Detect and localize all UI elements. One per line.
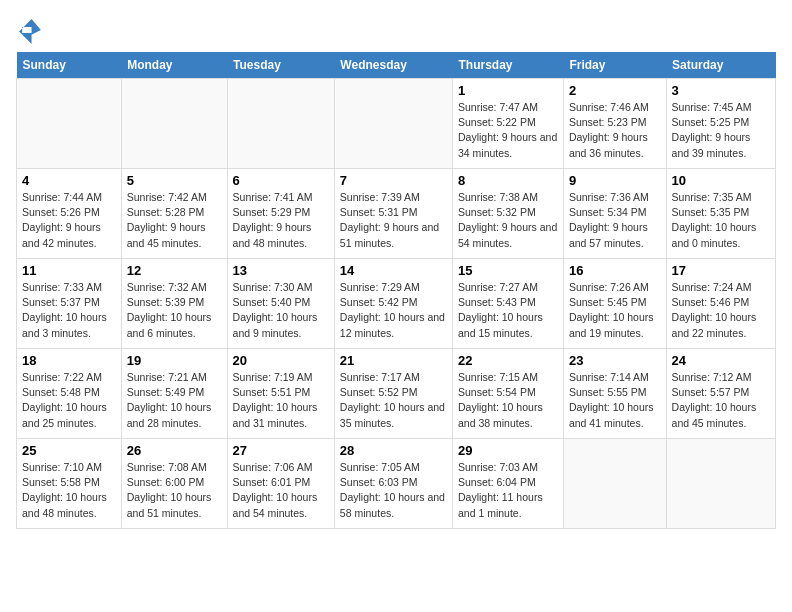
day-detail: Sunrise: 7:10 AMSunset: 5:58 PMDaylight:…	[22, 460, 116, 521]
calendar-cell: 12Sunrise: 7:32 AMSunset: 5:39 PMDayligh…	[121, 259, 227, 349]
day-detail: Sunrise: 7:21 AMSunset: 5:49 PMDaylight:…	[127, 370, 222, 431]
calendar-cell: 17Sunrise: 7:24 AMSunset: 5:46 PMDayligh…	[666, 259, 775, 349]
calendar-table: SundayMondayTuesdayWednesdayThursdayFrid…	[16, 52, 776, 529]
day-detail: Sunrise: 7:33 AMSunset: 5:37 PMDaylight:…	[22, 280, 116, 341]
day-number: 20	[233, 353, 329, 368]
day-detail: Sunrise: 7:35 AMSunset: 5:35 PMDaylight:…	[672, 190, 770, 251]
calendar-cell	[334, 79, 452, 169]
calendar-cell: 7Sunrise: 7:39 AMSunset: 5:31 PMDaylight…	[334, 169, 452, 259]
calendar-cell	[121, 79, 227, 169]
calendar-week-row: 1Sunrise: 7:47 AMSunset: 5:22 PMDaylight…	[17, 79, 776, 169]
day-detail: Sunrise: 7:39 AMSunset: 5:31 PMDaylight:…	[340, 190, 447, 251]
day-detail: Sunrise: 7:14 AMSunset: 5:55 PMDaylight:…	[569, 370, 661, 431]
page-header	[16, 16, 776, 44]
calendar-cell: 6Sunrise: 7:41 AMSunset: 5:29 PMDaylight…	[227, 169, 334, 259]
calendar-cell: 15Sunrise: 7:27 AMSunset: 5:43 PMDayligh…	[453, 259, 564, 349]
day-of-week-header: Monday	[121, 52, 227, 79]
day-number: 10	[672, 173, 770, 188]
calendar-cell: 18Sunrise: 7:22 AMSunset: 5:48 PMDayligh…	[17, 349, 122, 439]
day-number: 25	[22, 443, 116, 458]
day-number: 4	[22, 173, 116, 188]
day-number: 28	[340, 443, 447, 458]
calendar-cell: 3Sunrise: 7:45 AMSunset: 5:25 PMDaylight…	[666, 79, 775, 169]
day-detail: Sunrise: 7:46 AMSunset: 5:23 PMDaylight:…	[569, 100, 661, 161]
day-detail: Sunrise: 7:42 AMSunset: 5:28 PMDaylight:…	[127, 190, 222, 251]
calendar-cell: 16Sunrise: 7:26 AMSunset: 5:45 PMDayligh…	[563, 259, 666, 349]
day-number: 13	[233, 263, 329, 278]
day-detail: Sunrise: 7:06 AMSunset: 6:01 PMDaylight:…	[233, 460, 329, 521]
day-detail: Sunrise: 7:29 AMSunset: 5:42 PMDaylight:…	[340, 280, 447, 341]
calendar-cell	[563, 439, 666, 529]
calendar-cell: 8Sunrise: 7:38 AMSunset: 5:32 PMDaylight…	[453, 169, 564, 259]
calendar-cell: 28Sunrise: 7:05 AMSunset: 6:03 PMDayligh…	[334, 439, 452, 529]
day-detail: Sunrise: 7:22 AMSunset: 5:48 PMDaylight:…	[22, 370, 116, 431]
day-of-week-header: Sunday	[17, 52, 122, 79]
day-number: 14	[340, 263, 447, 278]
day-number: 12	[127, 263, 222, 278]
day-number: 27	[233, 443, 329, 458]
calendar-body: 1Sunrise: 7:47 AMSunset: 5:22 PMDaylight…	[17, 79, 776, 529]
day-detail: Sunrise: 7:12 AMSunset: 5:57 PMDaylight:…	[672, 370, 770, 431]
day-number: 15	[458, 263, 558, 278]
calendar-cell: 11Sunrise: 7:33 AMSunset: 5:37 PMDayligh…	[17, 259, 122, 349]
calendar-cell: 29Sunrise: 7:03 AMSunset: 6:04 PMDayligh…	[453, 439, 564, 529]
day-number: 18	[22, 353, 116, 368]
calendar-cell: 19Sunrise: 7:21 AMSunset: 5:49 PMDayligh…	[121, 349, 227, 439]
day-detail: Sunrise: 7:27 AMSunset: 5:43 PMDaylight:…	[458, 280, 558, 341]
calendar-cell: 5Sunrise: 7:42 AMSunset: 5:28 PMDaylight…	[121, 169, 227, 259]
day-detail: Sunrise: 7:08 AMSunset: 6:00 PMDaylight:…	[127, 460, 222, 521]
logo	[16, 16, 48, 44]
day-of-week-header: Saturday	[666, 52, 775, 79]
day-detail: Sunrise: 7:36 AMSunset: 5:34 PMDaylight:…	[569, 190, 661, 251]
day-number: 2	[569, 83, 661, 98]
day-number: 22	[458, 353, 558, 368]
day-number: 23	[569, 353, 661, 368]
day-detail: Sunrise: 7:38 AMSunset: 5:32 PMDaylight:…	[458, 190, 558, 251]
day-of-week-header: Wednesday	[334, 52, 452, 79]
day-detail: Sunrise: 7:32 AMSunset: 5:39 PMDaylight:…	[127, 280, 222, 341]
calendar-header-row: SundayMondayTuesdayWednesdayThursdayFrid…	[17, 52, 776, 79]
day-detail: Sunrise: 7:30 AMSunset: 5:40 PMDaylight:…	[233, 280, 329, 341]
calendar-cell: 4Sunrise: 7:44 AMSunset: 5:26 PMDaylight…	[17, 169, 122, 259]
day-number: 24	[672, 353, 770, 368]
day-number: 11	[22, 263, 116, 278]
day-of-week-header: Tuesday	[227, 52, 334, 79]
day-number: 19	[127, 353, 222, 368]
calendar-week-row: 18Sunrise: 7:22 AMSunset: 5:48 PMDayligh…	[17, 349, 776, 439]
day-number: 7	[340, 173, 447, 188]
day-of-week-header: Friday	[563, 52, 666, 79]
day-detail: Sunrise: 7:17 AMSunset: 5:52 PMDaylight:…	[340, 370, 447, 431]
day-number: 9	[569, 173, 661, 188]
day-number: 17	[672, 263, 770, 278]
calendar-cell	[17, 79, 122, 169]
calendar-cell: 21Sunrise: 7:17 AMSunset: 5:52 PMDayligh…	[334, 349, 452, 439]
calendar-cell: 24Sunrise: 7:12 AMSunset: 5:57 PMDayligh…	[666, 349, 775, 439]
calendar-cell: 10Sunrise: 7:35 AMSunset: 5:35 PMDayligh…	[666, 169, 775, 259]
calendar-cell: 26Sunrise: 7:08 AMSunset: 6:00 PMDayligh…	[121, 439, 227, 529]
day-detail: Sunrise: 7:26 AMSunset: 5:45 PMDaylight:…	[569, 280, 661, 341]
calendar-week-row: 4Sunrise: 7:44 AMSunset: 5:26 PMDaylight…	[17, 169, 776, 259]
day-number: 29	[458, 443, 558, 458]
calendar-cell: 2Sunrise: 7:46 AMSunset: 5:23 PMDaylight…	[563, 79, 666, 169]
calendar-week-row: 25Sunrise: 7:10 AMSunset: 5:58 PMDayligh…	[17, 439, 776, 529]
day-of-week-header: Thursday	[453, 52, 564, 79]
logo-icon	[16, 16, 44, 44]
day-detail: Sunrise: 7:47 AMSunset: 5:22 PMDaylight:…	[458, 100, 558, 161]
day-number: 21	[340, 353, 447, 368]
day-number: 6	[233, 173, 329, 188]
day-detail: Sunrise: 7:15 AMSunset: 5:54 PMDaylight:…	[458, 370, 558, 431]
calendar-cell: 25Sunrise: 7:10 AMSunset: 5:58 PMDayligh…	[17, 439, 122, 529]
day-detail: Sunrise: 7:05 AMSunset: 6:03 PMDaylight:…	[340, 460, 447, 521]
calendar-cell: 9Sunrise: 7:36 AMSunset: 5:34 PMDaylight…	[563, 169, 666, 259]
day-detail: Sunrise: 7:19 AMSunset: 5:51 PMDaylight:…	[233, 370, 329, 431]
day-detail: Sunrise: 7:44 AMSunset: 5:26 PMDaylight:…	[22, 190, 116, 251]
calendar-cell: 20Sunrise: 7:19 AMSunset: 5:51 PMDayligh…	[227, 349, 334, 439]
day-detail: Sunrise: 7:24 AMSunset: 5:46 PMDaylight:…	[672, 280, 770, 341]
calendar-cell: 1Sunrise: 7:47 AMSunset: 5:22 PMDaylight…	[453, 79, 564, 169]
day-number: 26	[127, 443, 222, 458]
day-number: 16	[569, 263, 661, 278]
calendar-cell: 27Sunrise: 7:06 AMSunset: 6:01 PMDayligh…	[227, 439, 334, 529]
calendar-cell: 23Sunrise: 7:14 AMSunset: 5:55 PMDayligh…	[563, 349, 666, 439]
day-detail: Sunrise: 7:41 AMSunset: 5:29 PMDaylight:…	[233, 190, 329, 251]
calendar-week-row: 11Sunrise: 7:33 AMSunset: 5:37 PMDayligh…	[17, 259, 776, 349]
